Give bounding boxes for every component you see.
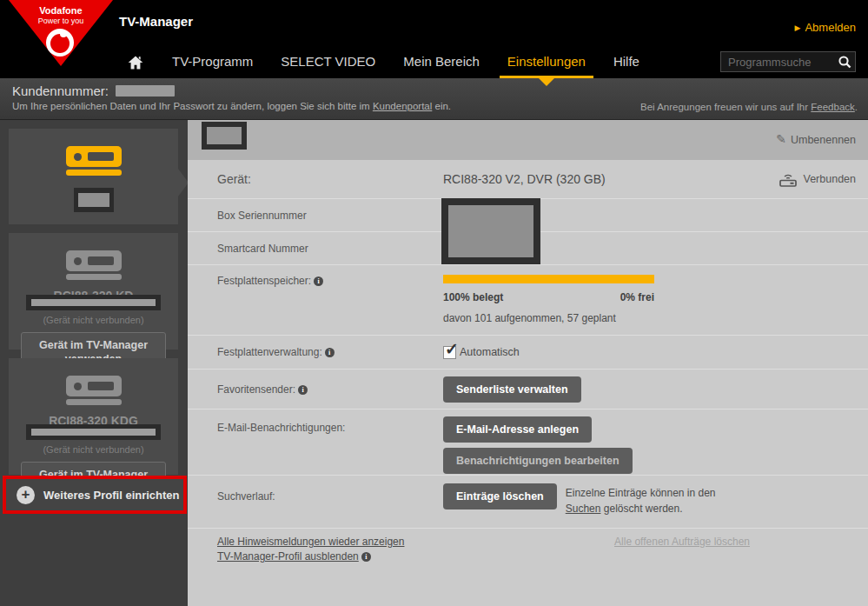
show-hints-link[interactable]: Alle Hinweismeldungen wieder anzeigen (217, 536, 404, 548)
disk-management-row: Festplattenverwaltung:i ✓ Automatisch (188, 335, 868, 369)
plus-icon: + (17, 486, 35, 504)
storage-free-label: 0% frei (620, 291, 654, 303)
search-input[interactable] (721, 56, 836, 69)
logout-arrow-icon: ▶ (795, 23, 801, 32)
app-title: TV-Manager (119, 14, 193, 29)
redaction-active-device-name (74, 188, 114, 212)
info-icon[interactable]: i (325, 348, 335, 357)
dvr-device-icon (66, 376, 122, 396)
nav-mein-bereich[interactable]: Mein Bereich (403, 47, 480, 78)
add-profile-button[interactable]: + Weiteres Profil einrichten (6, 479, 183, 510)
connected-label: Verbunden (804, 173, 856, 185)
storage-detail: davon 101 aufgenommen, 57 geplant (443, 312, 654, 324)
info-icon[interactable]: i (361, 552, 371, 562)
search-history-row: Suchverlauf: Einträge löschen Einzelne E… (188, 475, 868, 528)
program-search (720, 51, 856, 72)
favorites-label: Favoritensender:i (217, 383, 443, 396)
nav-select-video[interactable]: SELECT VIDEO (281, 47, 375, 78)
device-card-active[interactable] (9, 129, 178, 224)
device-value: RCI88-320 V2, DVR (320 GB) (443, 172, 778, 186)
highlight-annotation-box: + Weiteres Profil einrichten (3, 476, 187, 514)
storage-row: Festplattenspeicher:i 100% belegt 0% fre… (188, 264, 868, 335)
delete-entries-button[interactable]: Einträge löschen (443, 483, 557, 509)
home-icon[interactable] (127, 54, 144, 71)
settings-panel: ✎Umbenennen Gerät: RCI88-320 V2, DVR (32… (188, 120, 868, 606)
storage-label: Festplattenspeicher:i (217, 275, 443, 287)
redaction-device-id (26, 295, 161, 310)
connection-status: Verbunden (778, 171, 856, 188)
manage-channel-list-button[interactable]: Senderliste verwalten (443, 376, 581, 403)
smartcard-label: Smartcard Nummer (217, 243, 443, 255)
device-label: Gerät: (217, 172, 443, 186)
favorites-row: Favoritensender:i Senderliste verwalten (188, 369, 868, 409)
vodafone-brand-text: Vodafone (9, 5, 113, 16)
redaction-profile-name (202, 122, 247, 150)
page: Vodafone Power to you TV-Manager ▶Abmeld… (0, 0, 868, 606)
dvr-device-icon (66, 250, 122, 271)
info-icon[interactable]: i (298, 385, 308, 395)
dvr-device-icon-base (66, 170, 122, 176)
email-notifications-label: E-Mail-Benachrichtigungen: (217, 416, 443, 434)
storage-used-label: 100% belegt (443, 291, 503, 303)
logout-link[interactable]: ▶Abmelden (795, 21, 856, 34)
vodafone-logo[interactable]: Vodafone Power to you (9, 0, 113, 70)
storage-bar-fill (443, 275, 654, 283)
device-row: Gerät: RCI88-320 V2, DVR (320 GB) Verbun… (188, 160, 868, 198)
search-icon[interactable] (836, 54, 855, 70)
automatic-checkbox[interactable]: ✓ (443, 346, 456, 359)
disk-management-label: Festplattenverwaltung:i (217, 346, 443, 358)
suchen-link[interactable]: Suchen (566, 503, 601, 515)
main-nav: TV-Programm SELECT VIDEO Mein Bereich Ei… (127, 47, 639, 78)
footer-links: Alle Hinweismeldungen wieder anzeigen TV… (188, 528, 868, 565)
dvr-device-icon-active (66, 146, 122, 167)
dvr-device-icon-base (66, 274, 122, 280)
dvr-device-icon-base (66, 399, 122, 405)
vodafone-speechmark-icon (46, 29, 74, 57)
search-history-label: Suchverlauf: (217, 483, 443, 503)
storage-bar-track (443, 275, 654, 283)
delete-open-jobs-link[interactable]: Alle offenen Aufträge löschen (614, 536, 750, 565)
feedback-link[interactable]: Feedback (811, 102, 855, 112)
create-email-button[interactable]: E-Mail-Adresse anlegen (443, 416, 592, 443)
nav-hilfe[interactable]: Hilfe (613, 47, 639, 78)
profile-header-strip: ✎Umbenennen (188, 120, 868, 160)
hide-profile-link[interactable]: TV-Manager-Profil ausblendeni (217, 550, 404, 563)
pencil-icon: ✎ (776, 132, 786, 146)
email-notifications-row: E-Mail-Benachrichtigungen: E-Mail-Adress… (188, 409, 868, 475)
info-icon[interactable]: i (314, 276, 323, 286)
device-status: (Gerät nicht verbunden) (14, 315, 173, 325)
customer-info-text: Um Ihre persönlichen Daten und Ihr Passw… (12, 101, 451, 111)
top-header: Vodafone Power to you TV-Manager ▶Abmeld… (0, 0, 868, 78)
device-card-kdg[interactable]: RCI88-320 KDG (Gerät nicht verbunden) Ge… (9, 358, 178, 475)
device-status: (Gerät nicht verbunden) (14, 444, 173, 455)
nav-tv-programm[interactable]: TV-Programm (172, 47, 253, 78)
serial-label: Box Seriennummer (217, 210, 443, 222)
search-history-note: Einzelne Einträge können in den Suchen g… (566, 483, 716, 516)
kundenportal-link[interactable]: Kundenportal (373, 101, 432, 111)
vodafone-tagline: Power to you (9, 17, 113, 25)
connected-device-icon (778, 171, 798, 188)
redaction-device-id (26, 424, 161, 440)
feedback-text: Bei Anregungen freuen wir uns auf Ihr Fe… (640, 102, 858, 112)
device-card-kd[interactable]: RCI88-320 KD (Gerät nicht verbunden) Ger… (9, 233, 178, 350)
nav-einstellungen[interactable]: Einstellungen (507, 47, 586, 78)
edit-notifications-button[interactable]: Benachrichtigungen bearbeiten (443, 448, 633, 474)
device-sidebar: RCI88-320 KD (Gerät nicht verbunden) Ger… (0, 120, 188, 606)
rename-button[interactable]: ✎Umbenennen (776, 132, 856, 146)
storage-usage-bar: 100% belegt 0% frei davon 101 aufgenomme… (443, 275, 654, 324)
redaction-customer-number (116, 85, 175, 97)
redaction-serial-numbers (441, 198, 540, 264)
subheader-bar: Kundennummer: Um Ihre persönlichen Daten… (0, 78, 868, 120)
customer-number-line: Kundennummer: (12, 83, 175, 98)
automatic-label: Automatisch (460, 346, 520, 358)
checkmark-icon: ✓ (445, 339, 459, 359)
